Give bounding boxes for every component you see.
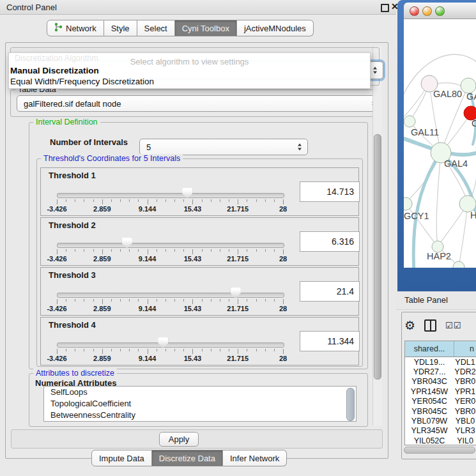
combo-spinner-icon[interactable] <box>373 67 377 74</box>
table-row[interactable]: YBR043CYBR0 <box>405 377 476 387</box>
tick-mark <box>192 199 193 204</box>
tick-mark <box>157 299 157 302</box>
table-row[interactable]: YPR145WYPR1 <box>405 387 476 396</box>
tick-mark <box>220 249 220 252</box>
numerical-attributes-list[interactable]: SelfLoopsTopologicalCoefficientBetweenne… <box>43 386 357 422</box>
cell-name: YDR2 <box>454 367 476 376</box>
float-window-icon[interactable] <box>381 4 389 12</box>
network-window-titlebar[interactable] <box>404 3 476 19</box>
tick-mark <box>192 249 193 254</box>
tick-label: 15.43 <box>172 305 213 312</box>
gear-icon[interactable]: ⚙ <box>404 319 415 332</box>
tick-mark <box>202 299 203 302</box>
tick-mark <box>148 299 148 304</box>
table-row[interactable]: YLR345WYLR3 <box>405 426 476 436</box>
minimize-traffic-light[interactable] <box>422 6 432 16</box>
table-row[interactable]: YBL079WYBL0 <box>405 416 476 426</box>
table-data-combobox[interactable]: galFiltered.sif default node <box>17 95 382 112</box>
tick-mark <box>283 299 284 304</box>
column-header-shared[interactable]: shared... <box>405 341 454 357</box>
panel-title: Control Panel <box>6 3 57 12</box>
split-columns-icon[interactable] <box>424 319 436 332</box>
tab-jactivemnodules[interactable]: jActiveMNodules <box>237 20 314 36</box>
apply-strip: Apply <box>11 429 383 449</box>
cell-name: YBL0 <box>454 417 476 426</box>
tick-mark <box>265 249 266 252</box>
tick-mark <box>75 349 75 351</box>
tab-select[interactable]: Select <box>137 20 175 36</box>
table-row[interactable]: YIL052CYIL0 <box>405 436 476 445</box>
threshold-value-field[interactable]: 11.344 <box>300 331 360 351</box>
popup-item-manual[interactable]: Manual Discretization <box>10 66 99 75</box>
network-canvas[interactable]: GAL80GACGAL11GAL4GCY1HHAP2 <box>404 19 476 268</box>
table-data-value: galFiltered.sif default node <box>24 99 121 109</box>
tab-impute-data[interactable]: Impute Data <box>91 450 152 466</box>
num-intervals-combobox[interactable]: 5 <box>139 139 308 155</box>
cell-name: YPR1 <box>454 387 476 396</box>
tick-mark <box>138 349 139 351</box>
tab-network[interactable]: Network <box>47 20 104 36</box>
threshold-slider-track[interactable] <box>57 342 284 348</box>
checkbox-icons[interactable]: ☑☑ <box>445 321 461 330</box>
apply-button[interactable]: Apply <box>159 432 199 447</box>
table-hscrollbar-thumb[interactable] <box>404 447 475 454</box>
column-header-name[interactable]: n <box>454 341 476 357</box>
tab-label: Impute Data <box>99 454 144 463</box>
threshold-slider-track[interactable] <box>57 243 284 248</box>
tick-label: 9.144 <box>127 255 168 263</box>
top-tab-bar: NetworkStyleSelectCyni ToolboxjActiveMNo… <box>47 20 314 36</box>
attribute-item[interactable]: BetweennessCentrality <box>44 410 356 421</box>
table-row[interactable]: YER054CYER0 <box>405 397 476 406</box>
close-traffic-light[interactable] <box>410 6 419 16</box>
network-node-GAL11[interactable] <box>404 116 415 127</box>
tick-mark <box>165 199 166 202</box>
popup-item-equal-width[interactable]: Equal Width/Frequency Discretization <box>10 77 154 86</box>
tab-style[interactable]: Style <box>104 20 137 36</box>
threshold-slider-track[interactable] <box>57 193 284 198</box>
tick-label: 15.43 <box>172 255 213 263</box>
algorithm-dropdown-popup: Discretization Algorithm Select algorith… <box>8 52 371 89</box>
tab-label: Discretize Data <box>159 454 215 463</box>
table-row[interactable]: YDL19...YDL1 <box>405 357 476 367</box>
zoom-traffic-light[interactable] <box>435 6 445 16</box>
tick-mark <box>183 249 184 252</box>
threshold-value-field[interactable]: 6.316 <box>300 231 360 252</box>
table-panel: ⚙ ☑☑ shared... n YDL19...YDL1YDR27...YDR… <box>401 312 476 459</box>
combo-spinner-icon[interactable] <box>298 144 302 151</box>
tick-mark <box>183 299 184 302</box>
num-intervals-label: Number of Intervals <box>50 137 128 147</box>
tick-mark <box>220 349 220 351</box>
threshold-slider-track[interactable] <box>57 293 284 298</box>
threshold-value-field[interactable]: 14.713 <box>300 181 360 202</box>
tab-cyni-toolbox[interactable]: Cyni Toolbox <box>175 20 237 36</box>
network-node-GCY1[interactable] <box>404 197 412 210</box>
table-row[interactable]: YBR045CYBR0 <box>405 406 476 416</box>
threshold-value-field[interactable]: 21.4 <box>300 281 360 302</box>
tick-label: 21.715 <box>217 255 258 263</box>
tab-infer-network[interactable]: Infer Network <box>223 450 287 466</box>
tab-discretize-data[interactable]: Discretize Data <box>152 450 223 466</box>
tick-mark <box>148 349 148 354</box>
node-table[interactable]: shared... n YDL19...YDL1YDR27...YDR2YBR0… <box>404 341 476 445</box>
cell-shared-name: YDL19... <box>405 358 454 367</box>
tick-mark <box>283 249 284 254</box>
panel-scrollbar-thumb[interactable] <box>374 134 381 380</box>
network-edge[interactable] <box>438 83 461 86</box>
node-label-GCY1: GCY1 <box>404 211 429 221</box>
interval-group-label: Interval Definition <box>33 118 100 127</box>
num-intervals-value: 5 <box>146 142 151 152</box>
tick-mark <box>211 249 211 252</box>
tick-mark <box>157 199 157 202</box>
network-edge[interactable] <box>436 153 441 247</box>
tick-mark <box>138 249 139 252</box>
attribute-item[interactable]: SelfLoops <box>44 387 356 398</box>
network-icon <box>54 22 63 34</box>
tick-mark <box>93 299 94 302</box>
tick-mark <box>274 349 275 351</box>
network-edge[interactable] <box>459 204 468 267</box>
attributes-group-label: Attributes to discretize <box>33 369 117 378</box>
attribute-item[interactable]: TopologicalCoefficient <box>44 398 356 410</box>
list-scrollbar[interactable] <box>346 388 355 421</box>
tick-mark <box>174 199 175 202</box>
table-row[interactable]: YDR27...YDR2 <box>405 367 476 376</box>
